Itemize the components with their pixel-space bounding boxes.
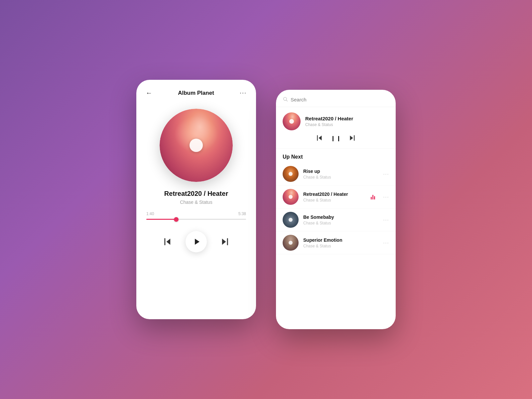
page-title: Album Planet <box>178 90 214 96</box>
up-next-header: Up Next <box>276 149 396 163</box>
search-input[interactable] <box>291 97 389 102</box>
progress-bar-track[interactable] <box>146 219 246 220</box>
three-dots-icon[interactable]: ··· <box>383 171 389 178</box>
np-prev-button[interactable] <box>316 134 323 143</box>
list-item: Superior Emotion Chase & Status ··· <box>276 231 396 254</box>
search-bar <box>276 90 396 107</box>
track-more-button[interactable]: ··· <box>383 171 389 178</box>
track-thumb <box>283 235 299 251</box>
playback-controls <box>136 228 256 259</box>
track-thumb <box>283 166 299 182</box>
track-artist: Chase & Status <box>303 244 378 248</box>
track-thumb <box>283 189 299 205</box>
vinyl-center <box>190 139 203 152</box>
three-dots-icon[interactable]: ··· <box>383 194 389 200</box>
equalizer-icon <box>371 194 375 200</box>
eq-bar-2 <box>372 195 373 200</box>
play-button[interactable] <box>186 231 207 252</box>
track-info: Rise up Chase & Status <box>303 169 378 180</box>
now-playing-thumb <box>283 112 301 130</box>
album-art <box>160 109 233 182</box>
player-phone: ← Album Planet ··· Retreat2020 / Heater … <box>136 80 256 319</box>
now-playing-artist: Chase & Status <box>305 122 389 127</box>
track-artist: Chase & Status <box>303 175 378 180</box>
now-playing-card: Retreat2020 / Heater Chase & Status <box>276 107 396 149</box>
track-info: Be Somebaby Chase & Status <box>303 214 378 225</box>
pause-bar-left <box>332 136 333 141</box>
player-header: ← Album Planet ··· <box>136 80 256 102</box>
song-info: Retreat2020 / Heater Chase & Status <box>136 190 256 211</box>
progress-container: 1:40 5:38 <box>136 211 256 228</box>
progress-times: 1:40 5:38 <box>146 211 246 216</box>
now-playing-title: Retreat2020 / Heater <box>305 116 389 121</box>
thumb-vinyl <box>289 195 293 199</box>
song-title: Retreat2020 / Heater <box>143 190 249 198</box>
search-icon <box>283 96 288 103</box>
pause-bar-right <box>338 136 339 141</box>
list-item: Be Somebaby Chase & Status ··· <box>276 208 396 231</box>
svg-marker-0 <box>167 239 171 245</box>
track-more-button[interactable]: ··· <box>383 216 389 223</box>
svg-point-5 <box>284 97 287 100</box>
np-next-button[interactable] <box>348 134 356 143</box>
thumb-vinyl <box>289 218 293 222</box>
svg-marker-7 <box>319 136 322 141</box>
track-equalizer <box>371 194 375 200</box>
three-dots-icon[interactable]: ··· <box>383 216 389 223</box>
phones-container: ← Album Planet ··· Retreat2020 / Heater … <box>136 70 396 329</box>
eq-bar-1 <box>371 197 372 200</box>
track-title: Rise up <box>303 169 378 174</box>
track-more-button[interactable]: ··· <box>383 239 389 246</box>
song-artist: Chase & Status <box>143 200 249 205</box>
more-options-button[interactable]: ··· <box>240 89 247 96</box>
track-more-button[interactable]: ··· <box>383 194 389 200</box>
back-button[interactable]: ← <box>146 89 152 97</box>
thumb-vinyl <box>289 172 293 176</box>
track-info: Retreat2020 / Heater Chase & Status <box>303 192 366 202</box>
album-art-container <box>136 109 256 182</box>
track-thumb <box>283 212 299 228</box>
eq-bar-3 <box>374 196 375 200</box>
list-item: Rise up Chase & Status ··· <box>276 163 396 186</box>
now-playing-top: Retreat2020 / Heater Chase & Status <box>283 112 389 130</box>
track-artist: Chase & Status <box>303 198 366 202</box>
total-time: 5:38 <box>238 211 246 216</box>
track-info: Superior Emotion Chase & Status <box>303 237 378 248</box>
current-time: 1:40 <box>146 211 154 216</box>
track-title: Superior Emotion <box>303 237 378 243</box>
svg-marker-2 <box>195 239 200 245</box>
up-next-label: Up Next <box>283 154 303 160</box>
track-artist: Chase & Status <box>303 221 378 225</box>
three-dots-icon[interactable]: ··· <box>383 239 389 246</box>
progress-thumb[interactable] <box>174 217 179 222</box>
list-item: Retreat2020 / Heater Chase & Status ··· <box>276 186 396 208</box>
track-title: Be Somebaby <box>303 214 378 220</box>
np-vinyl <box>289 119 294 124</box>
now-playing-controls <box>283 134 389 143</box>
np-pause-button[interactable] <box>332 136 339 141</box>
thumb-vinyl <box>289 241 293 245</box>
prev-button[interactable] <box>163 237 172 246</box>
svg-line-6 <box>286 100 288 101</box>
progress-bar-fill <box>146 219 176 220</box>
track-title: Retreat2020 / Heater <box>303 192 366 197</box>
next-button[interactable] <box>220 237 229 246</box>
now-playing-info: Retreat2020 / Heater Chase & Status <box>305 116 389 127</box>
track-list: Rise up Chase & Status ··· Retreat2020 /… <box>276 163 396 329</box>
svg-marker-9 <box>350 136 353 141</box>
svg-marker-3 <box>222 239 226 245</box>
playlist-phone: Retreat2020 / Heater Chase & Status <box>276 90 396 329</box>
